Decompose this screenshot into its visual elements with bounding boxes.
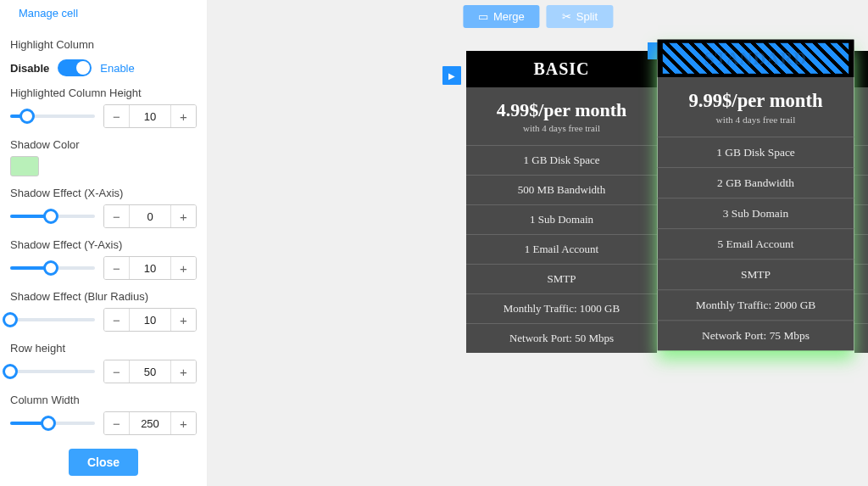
- rowh-label: Row height: [10, 342, 197, 355]
- feature-row: 500 MB Bandwidth: [466, 176, 657, 205]
- y-stepper[interactable]: −10+: [103, 256, 197, 280]
- hch-value: 10: [130, 105, 170, 127]
- split-button[interactable]: ✂ Split: [547, 5, 613, 28]
- disable-label: Disable: [10, 62, 49, 75]
- y-minus[interactable]: −: [104, 257, 130, 279]
- feature-row: 10 Email Account: [854, 235, 868, 265]
- split-label: Split: [576, 10, 598, 23]
- feature-row: Network Port: 100 Mbps: [854, 324, 868, 353]
- feature-row: SMTP: [854, 265, 868, 294]
- trail-text: with 4 days free trail: [470, 123, 654, 133]
- tab-manage-cell[interactable]: Manage cell: [10, 0, 86, 28]
- enable-label: Enable: [100, 62, 134, 75]
- colw-slider[interactable]: [10, 422, 95, 425]
- row-selection-handle[interactable]: ▶: [442, 66, 461, 85]
- colw-plus[interactable]: +: [170, 412, 196, 434]
- pricing-card-1[interactable]: STANDARD9.99$/per monthwith 4 days free …: [658, 40, 854, 351]
- feature-row: Network Port: 50 Mbps: [466, 324, 657, 353]
- y-plus[interactable]: +: [170, 257, 196, 279]
- hch-plus[interactable]: +: [170, 105, 196, 127]
- settings-sidebar: Manage cell Highlight Column Disable Ena…: [0, 0, 208, 486]
- feature-row: 1 GB Disk Space: [854, 146, 868, 176]
- card-title: PREMIUM: [854, 51, 868, 87]
- feature-row: 5 Email Account: [658, 229, 854, 260]
- feature-row: Monthly Traffic: 1000 GB: [466, 294, 657, 324]
- blur-value: 10: [130, 309, 170, 331]
- card-title: BASIC: [466, 51, 657, 87]
- blur-label: Shadow Effect (Blur Radius): [10, 290, 197, 303]
- price-text: 19.99$/per month: [858, 99, 868, 121]
- colw-value: 250: [130, 412, 170, 434]
- close-button[interactable]: Close: [69, 449, 138, 476]
- editor-canvas: ▭ Merge ✂ Split ▶ BASIC4.99$/per monthwi…: [208, 0, 868, 486]
- price-block: 19.99$/per monthwith 4 days free trail: [854, 87, 868, 146]
- rowh-plus[interactable]: +: [170, 360, 196, 383]
- card-title: STANDARD: [658, 40, 854, 77]
- feature-row: 3 Sub Domain: [658, 198, 854, 229]
- merge-button[interactable]: ▭ Merge: [463, 5, 540, 28]
- feature-row: 5 GB Bandwidth: [854, 176, 868, 205]
- highlight-column-label: Highlight Column: [10, 38, 197, 51]
- x-minus[interactable]: −: [104, 205, 130, 227]
- y-label: Shadow Effect (Y-Axis): [10, 238, 197, 251]
- feature-row: Network Port: 75 Mbps: [658, 321, 854, 350]
- merge-label: Merge: [493, 10, 525, 23]
- x-stepper[interactable]: −0+: [103, 204, 197, 228]
- hch-minus[interactable]: −: [104, 105, 130, 127]
- pricing-card-0[interactable]: BASIC4.99$/per monthwith 4 days free tra…: [466, 51, 657, 353]
- rowh-minus[interactable]: −: [104, 360, 130, 383]
- feature-row: 2 GB Bandwidth: [658, 168, 854, 198]
- colw-minus[interactable]: −: [104, 412, 130, 434]
- feature-row: 1 GB Disk Space: [466, 146, 657, 176]
- price-block: 9.99$/per monthwith 4 days free trail: [658, 77, 854, 137]
- blur-slider[interactable]: [10, 318, 95, 321]
- split-icon: ✂: [562, 10, 571, 23]
- price-block: 4.99$/per monthwith 4 days free trail: [466, 87, 657, 146]
- cell-toolbar: ▭ Merge ✂ Split: [463, 5, 613, 28]
- feature-row: SMTP: [466, 265, 657, 294]
- shadow-color-picker[interactable]: [10, 156, 39, 176]
- hch-slider[interactable]: [10, 115, 95, 118]
- y-slider[interactable]: [10, 266, 95, 270]
- colw-stepper[interactable]: −250+: [103, 411, 197, 435]
- highlight-toggle[interactable]: [58, 59, 92, 76]
- hch-stepper[interactable]: −10+: [103, 104, 197, 128]
- feature-row: 10 Sub Domain: [854, 205, 868, 235]
- blur-plus[interactable]: +: [170, 309, 196, 331]
- rowh-stepper[interactable]: −50+: [103, 360, 197, 383]
- x-plus[interactable]: +: [170, 205, 196, 227]
- feature-row: 1 GB Disk Space: [658, 137, 854, 168]
- price-text: 9.99$/per month: [661, 89, 851, 112]
- x-value: 0: [130, 205, 170, 227]
- feature-row: 1 Sub Domain: [466, 205, 657, 235]
- x-label: Shadow Effect (X-Axis): [10, 187, 197, 199]
- x-slider[interactable]: [10, 215, 95, 218]
- trail-text: with 4 days free trail: [661, 114, 851, 124]
- feature-row: Monthly Traffic: 2000 GB: [658, 290, 854, 321]
- rowh-slider[interactable]: [10, 370, 95, 373]
- feature-row: Monthly Traffic: 3000 GB: [854, 294, 868, 324]
- pricing-table[interactable]: ▶ BASIC4.99$/per monthwith 4 days free t…: [466, 51, 868, 353]
- feature-row: 1 Email Account: [466, 235, 657, 265]
- hch-label: Highlighted Column Height: [10, 87, 197, 99]
- feature-row: SMTP: [658, 260, 854, 290]
- pricing-card-2[interactable]: PREMIUM19.99$/per monthwith 4 days free …: [854, 51, 868, 353]
- merge-icon: ▭: [478, 10, 488, 23]
- y-value: 10: [130, 257, 170, 279]
- shadow-color-label: Shadow Color: [10, 138, 197, 151]
- blur-minus[interactable]: −: [104, 309, 130, 331]
- rowh-value: 50: [130, 360, 170, 383]
- price-text: 4.99$/per month: [470, 99, 654, 121]
- colw-label: Column Width: [10, 394, 197, 406]
- trail-text: with 4 days free trail: [858, 123, 868, 133]
- blur-stepper[interactable]: −10+: [103, 308, 197, 332]
